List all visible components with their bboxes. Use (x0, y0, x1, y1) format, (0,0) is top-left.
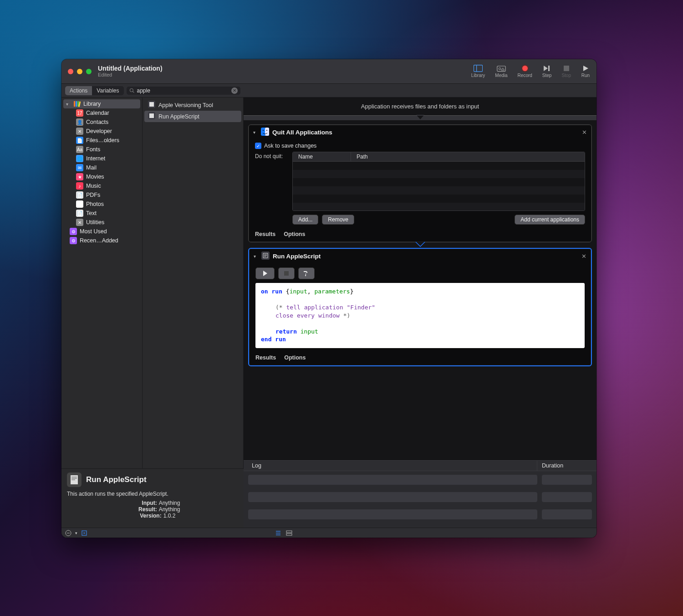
library-search-input[interactable] (137, 87, 229, 94)
titlebar: Untitled (Application) Edited Library Me… (61, 59, 596, 84)
action-item-run-applescript[interactable]: Run AppleScript (144, 111, 241, 122)
svg-rect-13 (149, 102, 154, 107)
library-category-music[interactable]: ♪Music (73, 181, 140, 190)
chevron-down-icon[interactable]: ▾ (75, 531, 77, 535)
traffic-lights (68, 69, 92, 74)
results-tab[interactable]: Results (255, 354, 276, 361)
stop-icon (284, 271, 289, 276)
category-icon: 📄 (76, 191, 83, 199)
svg-rect-2 (497, 66, 505, 72)
add-button[interactable]: Add... (292, 215, 318, 225)
svg-rect-8 (74, 101, 75, 107)
duration-column-header[interactable]: Duration (537, 461, 596, 471)
category-icon: ✕ (76, 128, 83, 135)
do-not-quit-label: Do not quit: (255, 152, 289, 159)
log-row (248, 509, 592, 519)
record-icon (520, 65, 530, 72)
minimize-window-button[interactable] (77, 69, 82, 74)
log-grid-icon[interactable] (286, 530, 292, 536)
sidebar-icon (474, 65, 483, 72)
category-icon: ✕ (76, 219, 83, 226)
step-toolbar-button[interactable]: Step (542, 65, 552, 78)
stop-toolbar-button: Stop (561, 65, 571, 78)
library-root-row[interactable]: ▾ Library (63, 99, 140, 108)
category-icon: ❀ (76, 200, 83, 208)
log-row (248, 475, 592, 485)
actions-segment[interactable]: Actions (65, 86, 92, 95)
clear-search-button[interactable]: ✕ (231, 87, 238, 94)
workflow-input-header: Application receives files and folders a… (244, 98, 596, 115)
zoom-window-button[interactable] (86, 69, 92, 74)
library-category-developer[interactable]: ✕Developer (73, 127, 140, 136)
action-info-pane: Run AppleScript This action runs the spe… (61, 468, 244, 528)
workflow-status-icon[interactable] (65, 530, 71, 536)
svg-point-3 (499, 68, 501, 70)
svg-rect-4 (548, 66, 550, 71)
library-category-contacts[interactable]: 👤Contacts (73, 118, 140, 127)
add-current-apps-button[interactable]: Add current applications (515, 215, 585, 225)
disclosure-icon[interactable]: ▾ (254, 254, 258, 259)
category-icon: Aa (76, 146, 83, 153)
category-icon: ★ (76, 173, 83, 180)
library-category-text[interactable]: 📄Text (73, 209, 140, 218)
finder-icon (261, 128, 269, 137)
step-icon (542, 65, 551, 72)
window-title: Untitled (Application) (98, 65, 163, 72)
smart-folder-recen-added[interactable]: ⚙Recen…Added (67, 236, 140, 245)
library-category-fonts[interactable]: AaFonts (73, 145, 140, 154)
library-category-movies[interactable]: ★Movies (73, 172, 140, 181)
applescript-large-icon (67, 472, 82, 487)
log-list-icon[interactable] (275, 530, 281, 536)
library-category-pdfs[interactable]: 📄PDFs (73, 190, 140, 200)
library-toolbar-button[interactable]: Library (471, 65, 485, 78)
category-icon: 17 (76, 109, 83, 117)
svg-rect-15 (149, 113, 154, 118)
log-column-header[interactable]: Log (244, 461, 537, 471)
action-item-apple-versioning-tool[interactable]: Apple Versioning Tool (144, 99, 241, 111)
variable-icon[interactable] (81, 530, 87, 536)
library-category-calendar[interactable]: 17Calendar (73, 108, 140, 118)
options-tab[interactable]: Options (284, 231, 305, 237)
smart-folder-icon: ⚙ (70, 228, 77, 235)
media-toolbar-button[interactable]: Media (495, 65, 507, 78)
smart-folder-most-used[interactable]: ⚙Most Used (67, 227, 140, 236)
applescript-editor[interactable]: on run {input, parameters} (* tell appli… (255, 283, 585, 348)
disclosure-icon[interactable]: ▾ (253, 130, 258, 135)
options-tab[interactable]: Options (284, 354, 306, 361)
library-category-mail[interactable]: ✉Mail (73, 163, 140, 172)
quit-all-applications-action[interactable]: ▾ Quit All Applications ✕ ✓ Ask to save … (248, 124, 592, 242)
results-tab[interactable]: Results (255, 231, 275, 237)
run-applescript-action[interactable]: ▾ Run AppleScript ✕ (248, 248, 592, 366)
remove-button[interactable]: Remove (322, 215, 354, 225)
col-path[interactable]: Path (351, 152, 585, 161)
svg-rect-21 (284, 271, 289, 276)
library-subtoolbar: Actions Variables ✕ (61, 84, 596, 98)
close-window-button[interactable] (68, 69, 73, 74)
script-run-button[interactable] (255, 267, 275, 279)
svg-point-6 (130, 88, 133, 92)
status-bar: ▾ (61, 528, 596, 538)
script-compile-button[interactable] (298, 267, 315, 279)
library-category-files-olders[interactable]: 📄Files…olders (73, 136, 140, 145)
record-toolbar-button[interactable]: Record (518, 65, 532, 78)
script-stop-button[interactable] (278, 267, 295, 279)
library-icon (73, 100, 81, 108)
col-name[interactable]: Name (293, 152, 351, 161)
remove-action-button[interactable]: ✕ (581, 253, 586, 260)
svg-rect-5 (564, 66, 569, 71)
variables-segment[interactable]: Variables (92, 86, 123, 95)
ask-to-save-checkbox[interactable]: ✓ Ask to save changes (255, 143, 585, 149)
disclosure-icon: ▾ (66, 102, 71, 107)
workflow-scroll[interactable]: ▾ Quit All Applications ✕ ✓ Ask to save … (244, 124, 596, 460)
media-icon (497, 65, 506, 72)
do-not-quit-table[interactable]: Name Path (292, 152, 585, 211)
library-category-photos[interactable]: ❀Photos (73, 200, 140, 209)
action-icon (148, 112, 155, 121)
library-category-internet[interactable]: 🌐Internet (73, 154, 140, 163)
svg-rect-29 (286, 531, 292, 533)
library-category-utilities[interactable]: ✕Utilities (73, 218, 140, 227)
category-icon: 📄 (76, 137, 83, 144)
log-pane: Log Duration (244, 460, 596, 538)
run-toolbar-button[interactable]: Run (581, 65, 590, 78)
remove-action-button[interactable]: ✕ (582, 129, 587, 136)
